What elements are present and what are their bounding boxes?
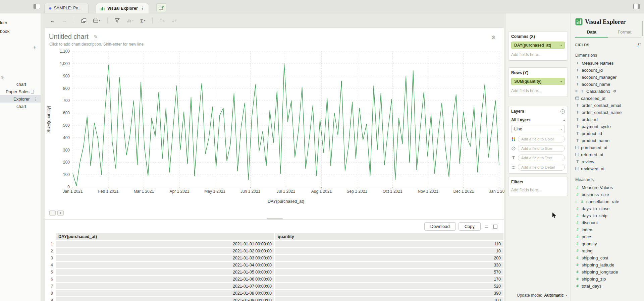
field-item[interactable]: #price: [575, 233, 641, 240]
column-header-date[interactable]: DAY(purchased_at): [56, 233, 274, 240]
cell-date[interactable]: 2021-01-05 00:00:00: [56, 269, 274, 275]
table-row[interactable]: 32021-01-03 00:00:00200: [46, 255, 503, 261]
chart-type-icon[interactable]: [79, 17, 88, 24]
tab-data[interactable]: Data: [575, 29, 608, 38]
update-mode-value[interactable]: Automatic: [544, 293, 564, 298]
field-item[interactable]: Tproduct_id: [575, 130, 641, 137]
tab-sample-dashboard[interactable]: ◆ SAMPLE: Pa...: [44, 3, 89, 13]
table-row[interactable]: 82021-01-08 00:00:00390: [46, 290, 503, 296]
cell-quantity[interactable]: 330: [275, 262, 503, 268]
tab-menu-icon[interactable]: ⋮: [140, 6, 145, 11]
field-item[interactable]: #days_to_close: [575, 205, 641, 212]
encoding-slot-color[interactable]: Add a field to Color: [518, 136, 565, 142]
field-item[interactable]: cancelled_at: [575, 95, 641, 102]
cell-quantity[interactable]: 170: [275, 276, 503, 282]
cell-quantity[interactable]: 100: [275, 297, 503, 301]
rows-field-pill[interactable]: SUM(quantity) ▾: [511, 78, 565, 85]
filter-button[interactable]: [113, 17, 121, 24]
rows-drop-placeholder[interactable]: Add fields here...: [511, 88, 565, 94]
table-row[interactable]: 72021-01-07 00:00:00520: [46, 283, 503, 289]
tab-visual-explorer[interactable]: Visual Explorer ⋮: [96, 3, 149, 13]
cell-quantity[interactable]: 10: [275, 248, 503, 254]
field-item[interactable]: Torder_id: [575, 116, 641, 123]
line-chart[interactable]: 01002003004005006007008009001,0001,100Ja…: [45, 47, 504, 207]
cell-quantity[interactable]: 200: [275, 255, 503, 261]
table-row[interactable]: 52021-01-05 00:00:00570: [46, 269, 503, 275]
left-panel-toggle-icon[interactable]: [34, 4, 40, 9]
field-item[interactable]: reviewed_at: [575, 165, 641, 172]
cell-date[interactable]: 2021-01-06 00:00:00: [56, 276, 274, 282]
item-menu-icon[interactable]: ⋮: [34, 97, 38, 102]
filters-drop-placeholder[interactable]: Add fields here...: [511, 188, 565, 193]
field-item[interactable]: #business_size: [575, 191, 641, 198]
chevron-up-icon[interactable]: ▴: [563, 118, 565, 122]
field-item[interactable]: #discount: [575, 219, 641, 226]
field-item[interactable]: #index: [575, 226, 641, 233]
field-item[interactable]: #days_to_ship: [575, 212, 641, 219]
column-header-quantity[interactable]: quantity: [275, 233, 503, 240]
sidebar-item[interactable]: lder: [0, 18, 41, 27]
encoding-slot-text[interactable]: Add a field to Text: [518, 155, 565, 161]
chart-settings-icon[interactable]: ⚙: [491, 35, 496, 41]
columns-drop-placeholder[interactable]: Add fields here...: [511, 52, 565, 58]
cell-quantity[interactable]: 110: [275, 241, 503, 247]
field-item[interactable]: purchased_at: [575, 144, 641, 151]
cell-date[interactable]: 2021-01-07 00:00:00: [56, 283, 274, 289]
sidebar-add-button[interactable]: +: [33, 44, 36, 50]
field-item[interactable]: Torder_contact_name: [575, 109, 641, 116]
scrollbar-thumb[interactable]: [642, 21, 643, 36]
new-query-button[interactable]: [156, 3, 166, 12]
zoom-out-button[interactable]: −: [49, 210, 56, 216]
sidebar-item[interactable]: Explorer⋮: [0, 95, 41, 103]
encoding-slot-detail[interactable]: Add a field to Detail: [518, 164, 565, 171]
field-item[interactable]: #rating: [575, 247, 641, 254]
field-item[interactable]: #total_days: [575, 283, 641, 290]
field-item[interactable]: Tproduct_name: [575, 137, 641, 144]
field-settings-icon[interactable]: ⚙: [613, 89, 616, 94]
edit-title-icon[interactable]: ✎: [94, 34, 98, 40]
aggregate-button[interactable]: Σ ▾: [139, 16, 147, 25]
field-item[interactable]: #shipping_zip: [575, 276, 641, 283]
chart-title[interactable]: Untitled chart: [49, 33, 89, 41]
cell-quantity[interactable]: 390: [275, 290, 503, 296]
mark-type-select[interactable]: Line ▾: [511, 125, 565, 133]
sidebar-item[interactable]: chart: [0, 80, 41, 88]
add-calculation-icon[interactable]: ƒ+: [637, 42, 641, 48]
field-item[interactable]: #shipping_latitude: [575, 261, 641, 268]
cell-quantity[interactable]: 520: [275, 283, 503, 289]
table-row[interactable]: 92021-01-09 00:00:00100: [46, 297, 503, 301]
field-item[interactable]: #shipping_cost: [575, 254, 641, 261]
table-row[interactable]: 12021-01-01 00:00:00110: [46, 241, 503, 247]
sidebar-item[interactable]: Paper Sales: [0, 88, 41, 95]
undo-button[interactable]: ←: [48, 16, 57, 25]
field-item[interactable]: Taccount_name: [575, 81, 641, 88]
field-item[interactable]: =TCalculation1⚙: [575, 88, 641, 95]
cell-date[interactable]: 2021-01-01 00:00:00: [56, 241, 274, 247]
cell-date[interactable]: 2021-01-09 00:00:00: [56, 297, 274, 301]
columns-field-pill[interactable]: DAY(purchased_at) ▾: [511, 42, 565, 49]
field-item[interactable]: #shipping_longitude: [575, 268, 641, 276]
collapse-table-icon[interactable]: [483, 224, 489, 229]
zoom-in-button[interactable]: +: [57, 210, 64, 216]
info-icon[interactable]: i: [560, 109, 565, 114]
cell-date[interactable]: 2021-01-03 00:00:00: [56, 255, 274, 261]
sidebar-item[interactable]: book: [0, 27, 41, 36]
table-row[interactable]: 22021-01-02 00:00:0010: [46, 248, 503, 254]
encoding-slot-size[interactable]: Add a field to Size: [518, 145, 565, 152]
right-panel-toggle-icon[interactable]: [633, 4, 640, 9]
table-row[interactable]: 62021-01-06 00:00:00170: [46, 276, 503, 282]
field-item[interactable]: Tpayment_cycle: [575, 123, 641, 130]
cell-date[interactable]: 2021-01-08 00:00:00: [56, 290, 274, 296]
field-item[interactable]: returned_at: [575, 151, 641, 158]
tab-format[interactable]: Format: [608, 29, 641, 37]
field-item[interactable]: TMeasure Names: [575, 60, 641, 67]
date-granularity-button[interactable]: ▾: [92, 17, 102, 24]
sidebar-item[interactable]: s: [0, 73, 41, 80]
field-item[interactable]: =#cancellation_rate: [575, 198, 641, 205]
field-item[interactable]: Taccount_manager: [575, 74, 641, 81]
sidebar-item[interactable]: chart: [0, 103, 41, 110]
cell-date[interactable]: 2021-01-02 00:00:00: [56, 248, 274, 254]
cell-date[interactable]: 2021-01-04 00:00:00: [56, 262, 274, 268]
copy-button[interactable]: Copy: [459, 222, 481, 231]
field-item[interactable]: Taccount_id: [575, 67, 641, 74]
